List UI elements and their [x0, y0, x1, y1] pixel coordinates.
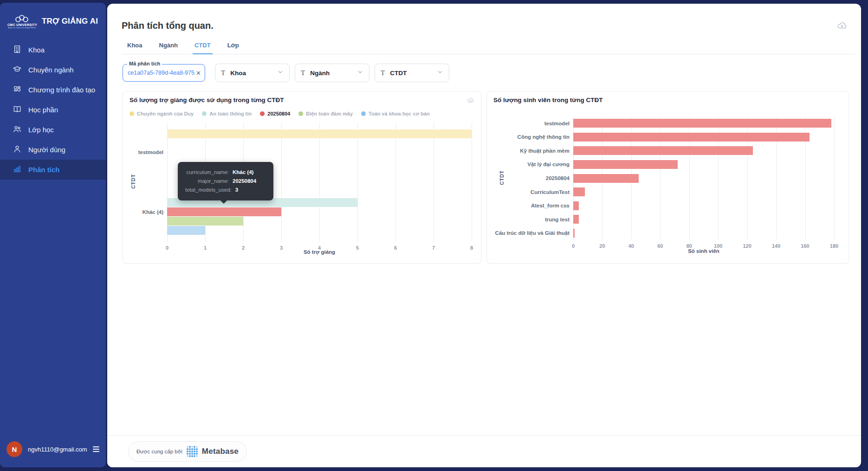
hamburger-icon[interactable]	[93, 445, 99, 453]
bar-chuyen-nganh-cua-duy[interactable]	[167, 129, 472, 138]
legend-item-chuyen-nganh-cua-duy[interactable]: Chuyên ngành của Duy	[130, 111, 194, 116]
x-tick-label: 40	[628, 243, 634, 249]
tab-nganh[interactable]: Ngành	[157, 42, 180, 54]
bar-dien-toan-dam-may[interactable]	[167, 217, 243, 226]
metabase-powered-pill[interactable]: Được cung cấp bởi Metabase	[128, 441, 247, 462]
bar-20250804[interactable]	[573, 174, 639, 183]
filter-dropdown-ctdt[interactable]: TCTDT	[375, 64, 449, 82]
sidebar-item-hoc-phan[interactable]: Học phần	[0, 100, 106, 120]
app-title: TRỢ GIẢNG AI	[42, 17, 98, 26]
bar-atest-form-css[interactable]	[573, 201, 579, 210]
sidebar-item-lop-hoc[interactable]: Lớp học	[0, 120, 106, 140]
text-filter-icon: T	[381, 69, 385, 77]
metabase-dot	[189, 453, 191, 455]
metabase-dot	[189, 446, 191, 448]
bar-vat-ly-dai-cuong[interactable]	[573, 160, 678, 169]
sidebar-item-label: Học phần	[28, 106, 58, 114]
category-label: Cấu trúc dữ liệu và Giải thuật	[495, 230, 570, 236]
filter-dropdown-khoa[interactable]: TKhoa	[215, 64, 290, 82]
legend-item-an-toan-thong-tin[interactable]: An toàn thông tin	[202, 111, 252, 116]
x-tick-label: 2	[242, 245, 245, 251]
legend-item-20250804[interactable]: 20250804	[260, 111, 290, 116]
cloud-download-icon[interactable]	[837, 20, 847, 32]
metabase-dot	[189, 448, 191, 450]
x-axis-label: Số sinh viên	[688, 248, 719, 254]
category-label: testmodel	[544, 121, 570, 126]
card-header: Số lượng trợ giảng được sử dụng trong từ…	[123, 91, 481, 106]
category-label: Công nghệ thông tin	[518, 134, 570, 140]
metabase-dot	[194, 448, 195, 450]
tooltip-label: total_models_used:	[185, 186, 232, 194]
analysis-id-input[interactable]: Mã phân tích ce1a07a5-789d-4ea8-975 ✕	[123, 64, 205, 82]
graduation-cap-icon	[13, 65, 22, 75]
tab-bar: KhoaNgànhCTDTLớp	[123, 42, 855, 54]
chart-legend: Chuyên ngành của DuyAn toàn thông tin202…	[130, 111, 481, 116]
clear-icon[interactable]: ✕	[195, 70, 201, 77]
bar-cong-nghe-thong-tin[interactable]	[573, 133, 810, 142]
bar-curriculumtest[interactable]	[573, 187, 585, 196]
category-label: Kỹ thuật phần mềm	[520, 148, 570, 154]
dropdown-label: Ngành	[310, 70, 352, 77]
gridline	[434, 123, 434, 242]
tab-khoa[interactable]: Khoa	[125, 42, 144, 54]
chevron-down-icon	[437, 69, 443, 77]
legend-label: An toàn thông tin	[209, 111, 252, 116]
tab-lop[interactable]: Lớp	[226, 42, 241, 54]
main-panel: Phân tích tổng quan. KhoaNgànhCTDTLớp Mã…	[107, 4, 861, 467]
metabase-brand: Metabase	[202, 447, 239, 456]
x-tick-label: 8	[470, 245, 473, 251]
chart-plot-area: 020406080100120140160180testmodelCông ng…	[573, 116, 834, 240]
tooltip-row: major_name:20250804	[185, 177, 266, 186]
metabase-dot	[187, 451, 188, 452]
category-label: 20250804	[546, 175, 570, 181]
sidebar-item-chuyen-nganh[interactable]: Chuyên ngành	[0, 60, 106, 80]
cmc-logo: CMC UNIVERSITY Aspire to Inspire the Dig…	[7, 14, 36, 29]
legend-dot	[202, 111, 207, 116]
powered-by-text: Được cung cấp bởi	[136, 449, 182, 454]
text-filter-icon: T	[301, 69, 305, 77]
sidebar-item-chuong-trinh-dao-tao[interactable]: Chương trình đào tạo	[0, 80, 106, 100]
tab-ctdt[interactable]: CTDT	[193, 42, 213, 54]
cloud-download-icon[interactable]	[467, 97, 474, 106]
legend-item-dien-toan-dam-may[interactable]: Điện toán đám mây	[298, 111, 353, 116]
x-tick-label: 20	[599, 243, 605, 249]
sidebar-item-label: Khoa	[28, 46, 45, 54]
bar-trung-test[interactable]	[573, 215, 579, 224]
gridline	[472, 123, 472, 242]
legend-dot	[298, 111, 303, 116]
legend-label: Điện toán đám mây	[306, 111, 353, 116]
metabase-dot	[191, 453, 193, 455]
metabase-dot	[187, 446, 188, 448]
bar-ky-thuat-phan-mem[interactable]	[573, 146, 753, 155]
sidebar-item-nguoi-dung[interactable]: Người dùng	[0, 140, 106, 160]
bar-20250804[interactable]	[167, 207, 281, 216]
bar-testmodel[interactable]	[573, 119, 831, 128]
bar-cau-truc-du-lieu-va-giai-thuat[interactable]	[573, 229, 575, 238]
bar-chart-icon	[13, 164, 22, 175]
x-tick-label: 3	[280, 245, 283, 251]
sidebar-item-label: Lớp học	[28, 126, 54, 134]
users-icon	[13, 124, 22, 135]
tooltip-value: 3	[235, 186, 266, 194]
bar-toan-va-khoa-hoc-co-ban[interactable]	[167, 226, 205, 235]
tooltip-label: curriculum_name:	[185, 168, 229, 177]
chevron-down-icon	[357, 69, 363, 77]
x-tick-label: 0	[572, 243, 575, 249]
card-header: Số lượng sinh viên trong từng CTĐT	[487, 91, 849, 103]
sidebar: CMC UNIVERSITY Aspire to Inspire the Dig…	[0, 3, 106, 467]
category-label: Khác (4)	[143, 209, 163, 215]
sidebar-item-label: Người dùng	[28, 146, 65, 154]
legend-item-toan-va-khoa-hoc-co-ban[interactable]: Toán và khoa học cơ bản	[361, 111, 430, 116]
metabase-dot	[191, 446, 193, 448]
dropdown-label: Khoa	[230, 70, 272, 77]
avatar[interactable]: N	[6, 441, 22, 457]
sidebar-item-khoa[interactable]: Khoa	[0, 40, 106, 60]
metabase-dot	[189, 455, 191, 457]
metabase-dot	[191, 451, 193, 452]
main-footer: Được cung cấp bởi Metabase	[107, 435, 861, 467]
metabase-dot	[194, 451, 195, 452]
tooltip-value: 20250804	[233, 177, 266, 186]
sidebar-item-phan-tich[interactable]: Phân tích	[0, 160, 106, 180]
x-axis-label: Số trợ giảng	[304, 249, 335, 255]
filter-dropdown-nganh[interactable]: TNgành	[295, 64, 369, 82]
